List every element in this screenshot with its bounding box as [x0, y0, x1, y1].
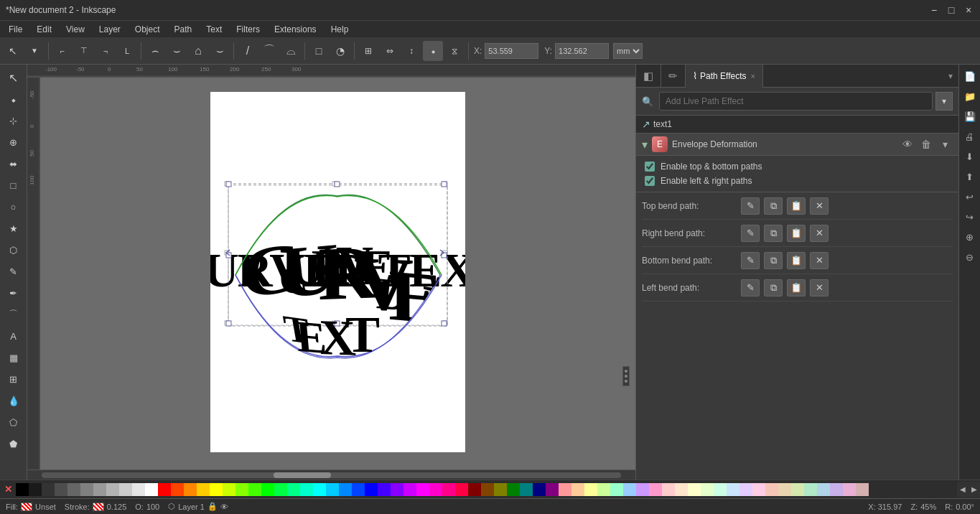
right-bend-paste-button[interactable]: 📋 [787, 225, 806, 242]
ri-print[interactable]: 🖨 [961, 128, 979, 145]
tool-text[interactable]: A [4, 326, 24, 346]
tool-node-tool[interactable]: ⬥ [423, 41, 443, 61]
color-swatch-29[interactable] [391, 483, 403, 496]
panel-tab-patheffects[interactable]: ⌇ Path Effects × [686, 65, 763, 88]
color-swatch-6[interactable] [93, 483, 106, 496]
color-swatch-34[interactable] [455, 483, 468, 496]
color-swatch-2[interactable] [42, 483, 55, 496]
tool-pencil[interactable]: ✎ [4, 261, 24, 281]
color-swatch-12[interactable] [171, 483, 184, 496]
ri-new-doc[interactable]: 📄 [961, 67, 979, 85]
tool-rect[interactable]: □ [4, 175, 24, 195]
color-swatch-60[interactable] [791, 483, 804, 496]
tool-connector[interactable]: ⬟ [4, 434, 24, 454]
tool-curve[interactable]: ⌒ [259, 41, 279, 61]
tool-sym-x[interactable]: ⇔ [380, 41, 400, 61]
tool-sym-y[interactable]: ↕ [401, 41, 421, 61]
color-swatch-40[interactable] [533, 483, 546, 496]
color-swatch-18[interactable] [248, 483, 261, 496]
color-swatch-50[interactable] [662, 483, 675, 496]
top-bend-edit-button[interactable]: ✎ [741, 197, 760, 215]
minimize-button[interactable]: − [928, 4, 940, 16]
unit-select[interactable]: mm px in [613, 43, 643, 59]
tool-circle[interactable]: ○ [4, 197, 24, 217]
panel-tab-stroke[interactable]: ✏ [661, 65, 686, 88]
ri-save[interactable]: 💾 [961, 108, 979, 125]
menu-help[interactable]: Help [325, 23, 355, 36]
menu-extensions[interactable]: Extensions [269, 23, 322, 36]
canvas-scroll[interactable]: C U R V E D CURV [40, 78, 635, 469]
tool-node-sym[interactable]: ⌂ [188, 41, 208, 61]
color-swatch-43[interactable] [571, 483, 584, 496]
menu-filters[interactable]: Filters [230, 23, 266, 36]
left-bend-paste-button[interactable]: 📋 [787, 279, 806, 296]
color-swatch-52[interactable] [688, 483, 701, 496]
tool-node-edit[interactable]: ⬥ [4, 89, 24, 109]
color-swatch-3[interactable] [55, 483, 67, 496]
tool-mesh[interactable]: ⊞ [4, 369, 24, 389]
color-swatch-57[interactable] [752, 483, 765, 496]
color-swatch-32[interactable] [429, 483, 442, 496]
pe-tab-close[interactable]: × [750, 72, 755, 80]
color-swatch-31[interactable] [416, 483, 429, 496]
color-swatch-33[interactable] [442, 483, 455, 496]
color-swatch-7[interactable] [106, 483, 119, 496]
color-swatch-53[interactable] [701, 483, 714, 496]
tool-line[interactable]: / [238, 41, 258, 61]
color-swatch-56[interactable] [739, 483, 752, 496]
menu-view[interactable]: View [60, 23, 90, 36]
top-bend-delete-button[interactable]: ✕ [810, 197, 829, 215]
tool-align-tr[interactable]: ¬ [95, 41, 116, 61]
enable-top-bottom-checkbox[interactable] [645, 162, 655, 172]
color-swatch-63[interactable] [830, 483, 843, 496]
color-swatch-39[interactable] [520, 483, 533, 496]
panel-chevron[interactable]: ▾ [943, 71, 958, 81]
left-bend-copy-button[interactable]: ⧉ [764, 279, 783, 296]
color-swatch-49[interactable] [649, 483, 662, 496]
color-swatch-19[interactable] [261, 483, 274, 496]
bottom-bend-paste-button[interactable]: 📋 [787, 252, 806, 269]
effect-toggle[interactable]: ▾ [642, 138, 648, 151]
color-swatch-42[interactable] [559, 483, 571, 496]
effect-visible-button[interactable]: 👁 [900, 136, 915, 152]
tool-dropdown[interactable]: ▼ [24, 41, 45, 61]
color-swatch-9[interactable] [132, 483, 145, 496]
color-swatch-38[interactable] [507, 483, 520, 496]
color-swatch-16[interactable] [223, 483, 235, 496]
enable-left-right-checkbox[interactable] [645, 176, 655, 186]
tool-node-smooth[interactable]: ⌣ [167, 41, 187, 61]
tool-zoom-fit[interactable]: ⧖ [444, 41, 465, 61]
menu-path[interactable]: Path [169, 23, 198, 36]
tool-select[interactable]: ↖ [3, 41, 23, 61]
pe-search-input[interactable] [659, 92, 933, 111]
color-swatch-21[interactable] [287, 483, 300, 496]
tool-measure[interactable]: ⬌ [4, 154, 24, 174]
ri-zoom-in[interactable]: ⊕ [961, 228, 979, 246]
color-swatch-22[interactable] [300, 483, 313, 496]
palette-scroll-left[interactable]: ◀ [957, 482, 969, 497]
color-swatch-17[interactable] [235, 483, 248, 496]
tool-curve-2[interactable]: ⌓ [281, 41, 301, 61]
color-swatch-59[interactable] [778, 483, 791, 496]
bottom-bend-edit-button[interactable]: ✎ [741, 252, 760, 269]
color-swatch-47[interactable] [623, 483, 636, 496]
horizontal-scrollbar[interactable] [27, 469, 635, 480]
color-swatch-26[interactable] [352, 483, 365, 496]
color-swatch-45[interactable] [597, 483, 610, 496]
right-bend-edit-button[interactable]: ✎ [741, 225, 760, 242]
color-swatch-64[interactable] [843, 483, 856, 496]
ri-undo[interactable]: ↩ [961, 188, 979, 205]
menu-layer[interactable]: Layer [93, 23, 126, 36]
maximize-button[interactable]: □ [946, 4, 957, 16]
color-swatch-20[interactable] [274, 483, 287, 496]
color-swatch-51[interactable] [675, 483, 688, 496]
color-swatch-62[interactable] [817, 483, 830, 496]
color-swatch-23[interactable] [313, 483, 326, 496]
tool-arc[interactable]: ◔ [330, 41, 350, 61]
scroll-track[interactable] [42, 472, 621, 478]
color-swatch-37[interactable] [494, 483, 507, 496]
menu-text[interactable]: Text [200, 23, 228, 36]
color-swatch-10[interactable] [145, 483, 158, 496]
color-swatch-8[interactable] [119, 483, 132, 496]
tool-square[interactable]: □ [309, 41, 329, 61]
